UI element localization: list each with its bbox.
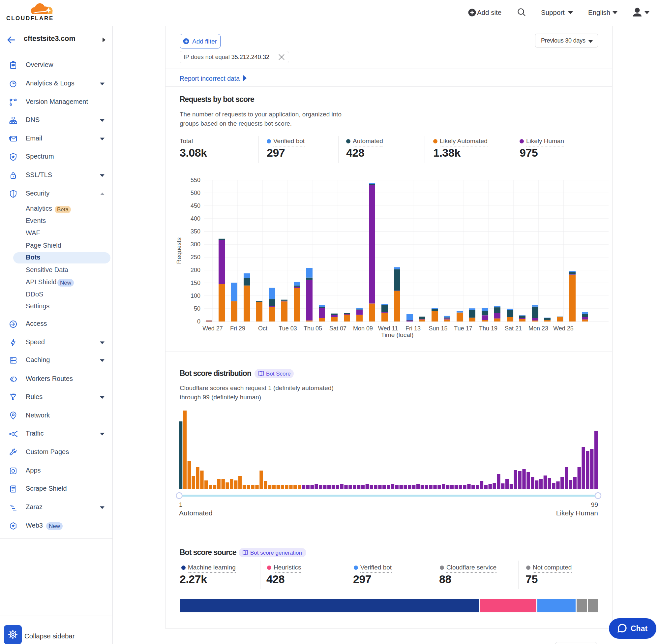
svg-text:Support: Support xyxy=(541,8,565,16)
svg-text:English: English xyxy=(588,8,610,16)
svg-text:Add site: Add site xyxy=(477,8,501,16)
